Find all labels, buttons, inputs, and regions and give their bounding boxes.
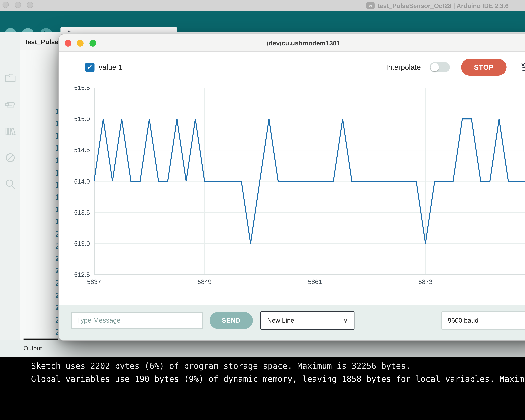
baud-rate-value: 9600 baud [448, 317, 478, 324]
console-line: Global variables use 190 bytes (9%) of d… [31, 373, 525, 386]
minimize-window-icon[interactable] [15, 2, 21, 8]
serial-plotter-window: /dev/cu.usbmodem1301 ✓ value 1 Interpola… [58, 34, 525, 341]
line-ending-select[interactable]: New Line ∨ [260, 311, 355, 330]
line-number: 10 [22, 107, 58, 116]
editor-line-numbers: 5678910111213141516171819202122232425262… [20, 50, 58, 339]
interpolate-label: Interpolate [375, 63, 421, 72]
close-window-icon[interactable] [2, 2, 9, 8]
plotter-bottom-bar: SEND New Line ∨ 9600 baud ∨ [59, 305, 525, 341]
interpolate-toggle[interactable] [430, 62, 450, 72]
line-ending-value: New Line [267, 317, 294, 324]
line-number: 9 [22, 95, 58, 103]
series-checkbox[interactable]: ✓ [85, 63, 94, 72]
library-manager-icon[interactable] [5, 126, 16, 137]
line-number: 6 [22, 58, 58, 67]
stop-button[interactable]: STOP [461, 59, 506, 75]
line-number: 5 [22, 50, 58, 54]
x-tick-label: 5849 [197, 278, 212, 285]
x-tick-label: 5873 [418, 278, 432, 285]
line-number: 8 [22, 83, 58, 91]
x-axis-labels: 58375849586158735886 [94, 278, 525, 286]
line-number: 12 [22, 132, 58, 140]
x-tick-label: 5861 [308, 278, 322, 285]
chevron-down-icon: ∨ [343, 317, 348, 324]
activity-sidebar [0, 32, 20, 340]
line-number: 20 [22, 230, 58, 238]
macos-titlebar: ∞ test_PulseSensor_Oct28 | Arduino IDE 2… [0, 0, 525, 11]
line-number: 11 [22, 120, 58, 128]
window-title-group: ∞ test_PulseSensor_Oct28 | Arduino IDE 2… [366, 1, 509, 10]
line-number: 23 [22, 267, 58, 275]
tab-sketch[interactable]: test_Pulse [25, 38, 59, 46]
send-button[interactable]: SEND [210, 312, 253, 329]
message-input[interactable] [71, 312, 203, 329]
line-number: 25 [22, 291, 58, 300]
line-number: 15 [22, 169, 58, 177]
maximize-icon[interactable] [89, 40, 96, 47]
toggle-knob [431, 63, 439, 71]
editor-output-divider [24, 338, 58, 340]
baud-rate-select[interactable]: 9600 baud ∨ [441, 311, 525, 330]
debug-icon[interactable] [5, 152, 16, 163]
compile-console: Sketch uses 2202 bytes (6%) of program s… [0, 357, 525, 420]
arduino-ide-screen: ∞ test_PulseSensor_Oct28 | Arduino IDE 2… [0, 0, 525, 420]
plotter-titlebar[interactable]: /dev/cu.usbmodem1301 [59, 34, 525, 52]
plotter-window-title: /dev/cu.usbmodem1301 [59, 34, 525, 52]
line-number: 13 [22, 144, 58, 153]
ide-toolbar: Arduino Uno [0, 11, 525, 32]
minimize-icon[interactable] [77, 40, 84, 47]
line-number: 27 [22, 316, 58, 324]
line-number: 28 [22, 328, 58, 336]
line-number: 17 [22, 193, 58, 202]
line-number: 19 [22, 218, 58, 226]
line-number: 7 [22, 71, 58, 79]
window-title: test_PulseSensor_Oct28 | Arduino IDE 2.3… [378, 2, 509, 9]
x-tick-label: 5837 [87, 278, 101, 285]
y-tick-label: 514.5 [59, 146, 90, 154]
arduino-logo-icon: ∞ [366, 2, 375, 9]
series-label: value 1 [99, 63, 122, 72]
zoom-window-icon[interactable] [27, 2, 33, 8]
line-number: 16 [22, 181, 58, 189]
line-number: 21 [22, 242, 58, 251]
search-icon[interactable] [5, 178, 16, 190]
line-number: 26 [22, 304, 58, 312]
y-tick-label: 513.0 [59, 240, 90, 247]
sketchbook-folder-icon[interactable] [5, 72, 16, 84]
y-tick-label: 514.0 [59, 177, 90, 185]
output-panel-header: Output [0, 340, 525, 357]
console-line: Sketch uses 2202 bytes (6%) of program s… [31, 360, 525, 373]
clear-output-icon[interactable] [521, 61, 525, 73]
close-icon[interactable] [65, 40, 71, 47]
line-number: 14 [22, 157, 58, 165]
y-tick-label: 515.5 [59, 84, 90, 92]
y-tick-label: 512.5 [59, 271, 90, 279]
y-tick-label: 513.5 [59, 209, 90, 216]
line-number: 18 [22, 205, 58, 214]
y-tick-label: 515.0 [59, 115, 90, 123]
y-axis-labels: 515.5515.0514.5514.0513.5513.0512.5 [59, 88, 90, 275]
boards-manager-icon[interactable] [5, 99, 16, 111]
line-chart [94, 88, 525, 275]
line-number: 22 [22, 254, 58, 263]
line-number: 24 [22, 279, 58, 288]
output-tab-label[interactable]: Output [24, 345, 42, 352]
